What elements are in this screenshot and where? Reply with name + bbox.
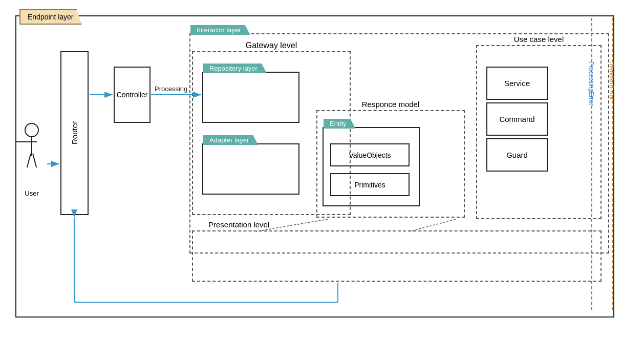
interactor-layer-tab: Interactor layer	[190, 25, 250, 35]
user-head	[25, 123, 39, 137]
service-label: Service	[504, 79, 530, 88]
controller-label: Controller	[117, 91, 148, 99]
adapter-layer-tab: Adapter layer	[203, 135, 258, 145]
command-box: Command	[486, 102, 548, 136]
router-box: Router	[60, 51, 89, 215]
user-label: User	[25, 189, 39, 197]
service-box: Service	[486, 67, 548, 100]
repository-layer-box: Repository layer	[202, 72, 299, 123]
guard-box: Guard	[486, 138, 548, 172]
primitives-box: Primitives	[330, 173, 410, 196]
repository-layer-tab: Repository layer	[203, 64, 267, 73]
guard-label: Guard	[506, 151, 528, 159]
valueobjects-box: ValueObjects	[330, 143, 410, 166]
user-figure: User	[25, 123, 39, 197]
valueobjects-label: ValueObjects	[349, 151, 391, 159]
entity-tab: Entity	[324, 119, 356, 129]
response-model-label: Responce model	[362, 100, 420, 109]
controller-box: Controller	[114, 67, 151, 123]
router-label: Router	[70, 121, 79, 144]
usecase-level-label: Use case level	[514, 35, 564, 44]
primitives-label: Primitives	[354, 181, 385, 189]
processing-error-label: ProcessingError	[588, 61, 595, 105]
presentation-level-label: Presentation level	[208, 220, 269, 229]
command-label: Command	[499, 115, 534, 123]
user-body	[31, 137, 32, 156]
gateway-level-label: Gateway level	[246, 41, 297, 50]
endpoint-layer-label: Endpoint layer	[19, 9, 82, 25]
diagram: Endpoint layer User Router Controller In…	[0, 0, 644, 338]
presentation-level-box: Presentation level	[192, 230, 602, 282]
standard-error-label: StandardError	[608, 61, 615, 100]
adapter-layer-box: Adapter layer	[202, 143, 299, 195]
